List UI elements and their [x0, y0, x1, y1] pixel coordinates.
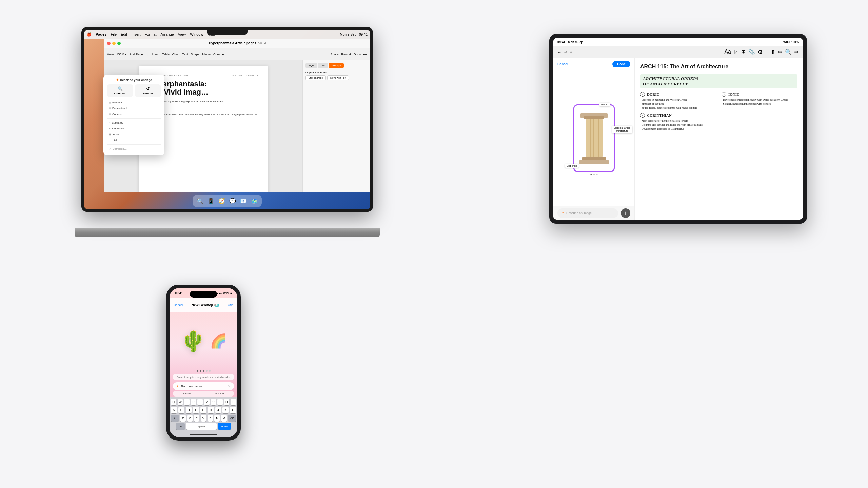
- key-x[interactable]: X: [187, 415, 193, 422]
- search-icon[interactable]: 🔍: [785, 49, 792, 55]
- key-m[interactable]: M: [221, 415, 226, 422]
- key-l[interactable]: L: [230, 407, 236, 413]
- format-icon[interactable]: Aa: [724, 49, 731, 55]
- toolbar-table[interactable]: Table: [162, 53, 170, 56]
- key-d[interactable]: D: [186, 407, 192, 413]
- key-s[interactable]: S: [178, 407, 184, 413]
- menu-edit[interactable]: Edit: [121, 32, 127, 36]
- toolbar-chart[interactable]: Chart: [172, 53, 180, 56]
- clear-input-button[interactable]: ✕: [228, 384, 231, 388]
- move-with-text-btn[interactable]: Move with Text: [327, 75, 349, 80]
- proofread-button[interactable]: 🔍 Proofread: [107, 84, 133, 97]
- toolbar-comment[interactable]: Comment: [213, 53, 226, 56]
- ai-describe-input[interactable]: ✦ Describe an image: [557, 208, 618, 218]
- undo-icon[interactable]: ↩: [564, 50, 567, 54]
- menu-format[interactable]: Format: [145, 32, 157, 36]
- key-h[interactable]: H: [208, 407, 214, 413]
- redo-icon[interactable]: ↪: [570, 50, 572, 54]
- toolbar-zoom[interactable]: 136% ▾: [116, 53, 127, 56]
- rewrite-button[interactable]: ↺ Rewrite: [135, 84, 161, 97]
- ipad-done-button[interactable]: Done: [612, 61, 630, 67]
- key-b[interactable]: B: [208, 415, 213, 422]
- menu-item-summary[interactable]: ≡ Summary: [107, 120, 161, 126]
- minimize-button[interactable]: [112, 42, 116, 45]
- menu-view[interactable]: View: [178, 32, 186, 36]
- ipad-cancel-button[interactable]: Cancel: [557, 62, 568, 66]
- menu-item-keypoints[interactable]: ≡ Key Points: [107, 126, 161, 131]
- toolbar-share[interactable]: Share: [330, 53, 338, 56]
- share-icon[interactable]: ⬆: [771, 49, 775, 55]
- key-t[interactable]: T: [197, 399, 203, 405]
- dock-launchpad[interactable]: 📱: [206, 196, 216, 206]
- key-q[interactable]: Q: [171, 399, 176, 405]
- key-k[interactable]: K: [222, 407, 229, 413]
- key-numbers[interactable]: 123: [176, 423, 185, 430]
- key-p[interactable]: P: [231, 399, 236, 405]
- menu-window[interactable]: Window: [190, 32, 203, 36]
- compose-icon[interactable]: ✏: [794, 49, 799, 55]
- ai-plus-button[interactable]: +: [621, 208, 630, 218]
- menu-file[interactable]: File: [111, 32, 117, 36]
- key-shift[interactable]: ⬆: [171, 415, 179, 422]
- table-icon[interactable]: ⊞: [741, 49, 746, 55]
- toolbar-insert[interactable]: Insert: [152, 53, 160, 56]
- dock-messages[interactable]: 💬: [228, 196, 237, 206]
- menu-item-professional[interactable]: Professional: [107, 105, 161, 111]
- toolbar-format[interactable]: Format: [341, 53, 351, 56]
- app-name[interactable]: Pages: [96, 32, 106, 36]
- key-c[interactable]: C: [194, 415, 199, 422]
- key-w[interactable]: W: [178, 399, 183, 405]
- key-e[interactable]: E: [184, 399, 190, 405]
- toolbar-text[interactable]: Text: [182, 53, 188, 56]
- menu-arrange[interactable]: Arrange: [160, 32, 174, 36]
- pen-icon[interactable]: ✏: [778, 49, 782, 55]
- menu-item-concise[interactable]: Concise: [107, 111, 161, 117]
- menu-item-table[interactable]: ⊞ Table: [107, 131, 161, 137]
- compose-option[interactable]: ✓ Compose…: [107, 146, 161, 152]
- key-delete[interactable]: ⌫: [228, 415, 236, 422]
- iphone-cancel-button[interactable]: Cancel: [174, 303, 183, 307]
- key-a[interactable]: A: [171, 407, 177, 413]
- suggestion-1[interactable]: "cactus": [182, 392, 192, 395]
- key-u[interactable]: U: [211, 399, 216, 405]
- menu-item-list[interactable]: ☰ List: [107, 137, 161, 143]
- toolbar-view[interactable]: View: [107, 53, 114, 56]
- iphone-add-button[interactable]: Add: [228, 303, 233, 307]
- key-o[interactable]: O: [224, 399, 230, 405]
- key-g[interactable]: G: [200, 407, 206, 413]
- settings-icon[interactable]: ⚙: [758, 49, 763, 55]
- fullscreen-button[interactable]: [117, 42, 121, 45]
- key-n[interactable]: N: [214, 415, 220, 422]
- dock-mail[interactable]: 📧: [239, 196, 248, 206]
- key-i[interactable]: I: [217, 399, 223, 405]
- toolbar-document[interactable]: Document: [354, 53, 368, 56]
- menu-item-friendly[interactable]: Friendly: [107, 100, 161, 105]
- toolbar-add-page[interactable]: Add Page: [130, 53, 143, 56]
- greek-column-svg: [577, 109, 611, 167]
- key-f[interactable]: F: [193, 407, 199, 413]
- back-icon[interactable]: ←: [557, 50, 561, 55]
- toolbar-shape[interactable]: Shape: [191, 53, 199, 56]
- dock-safari[interactable]: 🧭: [217, 196, 226, 206]
- key-j[interactable]: J: [215, 407, 221, 413]
- compose-label: Compose…: [113, 147, 127, 150]
- key-done[interactable]: done: [218, 423, 231, 430]
- key-space[interactable]: space: [186, 423, 217, 430]
- suggestion-2[interactable]: cactuses: [214, 392, 225, 395]
- genmoji-input-area[interactable]: ✦ Rainbow cactus ✕: [173, 382, 234, 390]
- menu-insert[interactable]: Insert: [131, 32, 141, 36]
- dock-maps[interactable]: 🗺️: [250, 196, 259, 206]
- checklist-icon[interactable]: ☑: [734, 49, 738, 55]
- toolbar-media[interactable]: Media: [202, 53, 211, 56]
- attachment-icon[interactable]: 📎: [748, 49, 755, 55]
- tab-style[interactable]: Style: [305, 63, 317, 68]
- stay-on-page-btn[interactable]: Stay on Page: [305, 75, 326, 80]
- close-button[interactable]: [107, 42, 111, 45]
- key-v[interactable]: V: [201, 415, 206, 422]
- tab-arrange[interactable]: Arrange: [329, 63, 343, 68]
- key-z[interactable]: Z: [180, 415, 185, 422]
- tab-text[interactable]: Text: [318, 63, 328, 68]
- key-y[interactable]: Y: [204, 399, 210, 405]
- key-r[interactable]: R: [191, 399, 196, 405]
- dock-finder[interactable]: 🔍: [195, 196, 205, 206]
